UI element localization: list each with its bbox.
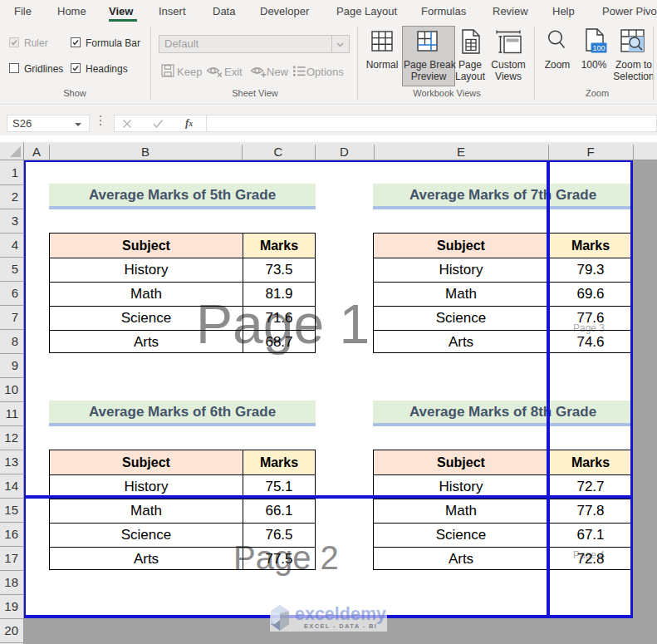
svg-text:100: 100 [592,44,605,52]
